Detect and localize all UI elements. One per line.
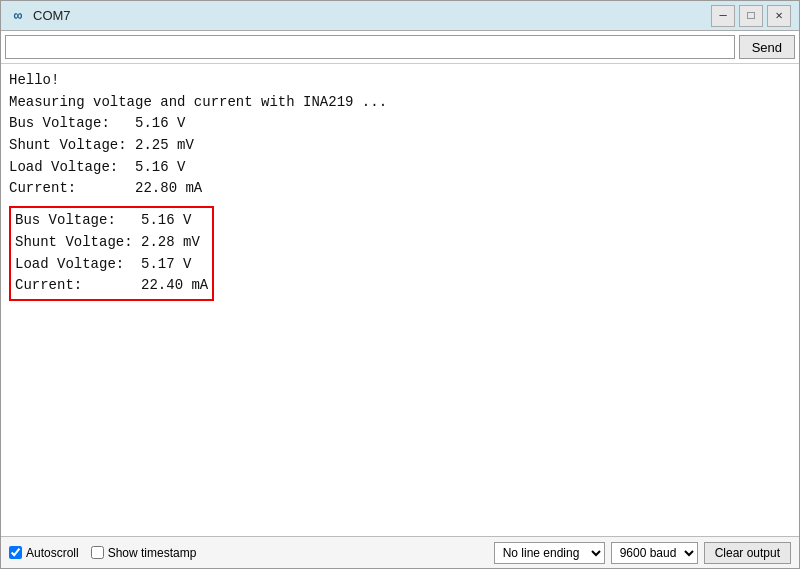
window-controls: — □ ✕ <box>711 5 791 27</box>
clear-output-button[interactable]: Clear output <box>704 542 791 564</box>
output-line: Load Voltage: 5.16 V <box>9 157 791 179</box>
output-line: Shunt Voltage: 2.25 mV <box>9 135 791 157</box>
highlighted-line: Load Voltage: 5.17 V <box>15 254 208 276</box>
highlighted-line: Bus Voltage: 5.16 V <box>15 210 208 232</box>
output-line: Measuring voltage and current with INA21… <box>9 92 791 114</box>
status-left: Autoscroll Show timestamp <box>9 546 486 560</box>
input-row: Send <box>1 31 799 64</box>
highlighted-line: Shunt Voltage: 2.28 mV <box>15 232 208 254</box>
status-bar: Autoscroll Show timestamp No line ending… <box>1 536 799 568</box>
window-title: COM7 <box>33 8 711 23</box>
output-line: Hello! <box>9 70 791 92</box>
autoscroll-text: Autoscroll <box>26 546 79 560</box>
app-icon: ∞ <box>9 7 27 25</box>
title-bar: ∞ COM7 — □ ✕ <box>1 1 799 31</box>
arduino-serial-monitor: ∞ COM7 — □ ✕ Send Hello! Measuring volta… <box>0 0 800 569</box>
highlighted-line: Current: 22.40 mA <box>15 275 208 297</box>
line-ending-select[interactable]: No line ending Newline Carriage return B… <box>494 542 605 564</box>
baud-rate-select[interactable]: 300 1200 2400 4800 9600 baud 19200 57600… <box>611 542 698 564</box>
output-line: Current: 22.80 mA <box>9 178 791 200</box>
autoscroll-checkbox[interactable] <box>9 546 22 559</box>
maximize-button[interactable]: □ <box>739 5 763 27</box>
minimize-button[interactable]: — <box>711 5 735 27</box>
output-line: Bus Voltage: 5.16 V <box>9 113 791 135</box>
serial-output: Hello! Measuring voltage and current wit… <box>1 64 799 536</box>
status-right: No line ending Newline Carriage return B… <box>494 542 791 564</box>
timestamp-text: Show timestamp <box>108 546 197 560</box>
autoscroll-label[interactable]: Autoscroll <box>9 546 79 560</box>
highlighted-reading-block: Bus Voltage: 5.16 V Shunt Voltage: 2.28 … <box>9 206 214 301</box>
serial-input[interactable] <box>5 35 735 59</box>
close-button[interactable]: ✕ <box>767 5 791 27</box>
timestamp-checkbox[interactable] <box>91 546 104 559</box>
send-button[interactable]: Send <box>739 35 795 59</box>
timestamp-label[interactable]: Show timestamp <box>91 546 197 560</box>
